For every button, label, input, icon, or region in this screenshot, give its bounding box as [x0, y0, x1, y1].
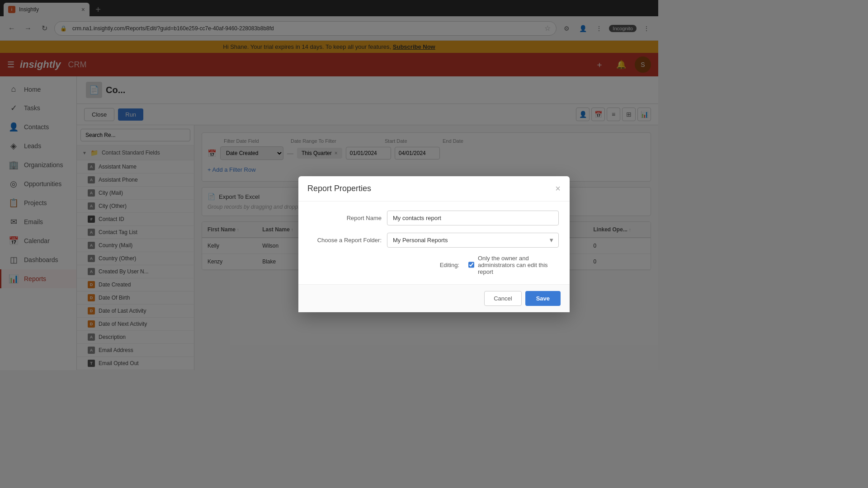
report-name-label: Report Name: [309, 215, 382, 221]
cancel-button[interactable]: Cancel: [484, 291, 521, 306]
editing-label: Editing:: [387, 262, 459, 268]
folder-row: Choose a Report Folder: My Personal Repo…: [309, 233, 559, 248]
modal-body: Report Name Choose a Report Folder: My P…: [298, 202, 570, 284]
modal-footer: Cancel Save: [298, 284, 570, 312]
folder-label: Choose a Report Folder:: [309, 237, 382, 244]
report-name-row: Report Name: [309, 211, 559, 225]
save-button[interactable]: Save: [525, 291, 561, 306]
editing-checkbox[interactable]: [468, 261, 474, 268]
modal-close-button[interactable]: ×: [555, 183, 561, 194]
report-properties-modal: Report Properties × Report Name Choose a…: [298, 176, 570, 312]
editing-row: Editing: Only the owner and administrato…: [309, 255, 559, 275]
modal-overlay[interactable]: Report Properties × Report Name Choose a…: [0, 0, 658, 370]
modal-title: Report Properties: [307, 184, 371, 193]
modal-header: Report Properties ×: [298, 176, 570, 202]
editing-checkbox-label: Only the owner and administrators can ed…: [478, 255, 559, 275]
folder-select-wrapper: My Personal Reports Shared Reports ▼: [387, 233, 559, 248]
report-name-input[interactable]: [387, 211, 559, 225]
folder-select[interactable]: My Personal Reports Shared Reports: [387, 233, 559, 248]
